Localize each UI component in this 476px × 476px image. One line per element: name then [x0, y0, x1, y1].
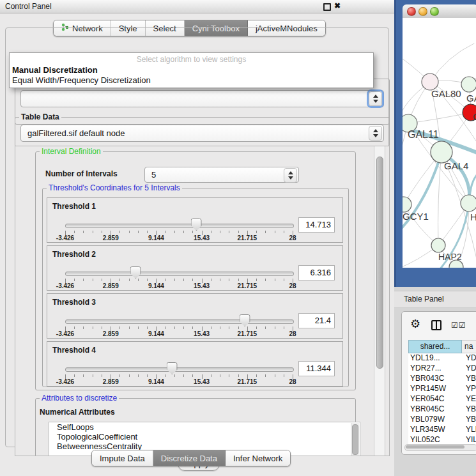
tick-mark: [192, 279, 193, 281]
scrollbar-thumb[interactable]: [352, 424, 358, 455]
threshold-slider[interactable]: -3.4262.8599.14415.4321.71528: [65, 294, 293, 338]
slider-thumb[interactable]: [130, 266, 141, 279]
scrollbar-thumb[interactable]: [376, 157, 383, 369]
network-node[interactable]: [431, 238, 445, 252]
table-row[interactable]: YDL19...YDL1: [408, 353, 476, 364]
tick-mark: [138, 374, 139, 377]
tick-mark: [83, 326, 84, 329]
network-canvas[interactable]: GAL80GACGAL11GAL4GCY1HHAP2: [403, 18, 476, 268]
threshold-slider[interactable]: -3.4262.8599.14415.4321.71528: [65, 198, 293, 242]
slider-thumb[interactable]: [240, 314, 250, 326]
threshold-slider[interactable]: -3.4262.8599.14415.4321.71528: [65, 246, 293, 290]
threshold-value-input[interactable]: 6.316: [298, 265, 335, 280]
tick-mark: [220, 279, 220, 281]
network-edge[interactable]: [438, 152, 441, 245]
table-row[interactable]: YBL079WYBL0: [408, 415, 476, 425]
slider-track[interactable]: [65, 367, 294, 372]
cell-name: YPR1: [462, 384, 476, 394]
table-row[interactable]: YER054CYER0: [408, 394, 476, 404]
gear-icon[interactable]: ⚙: [410, 317, 420, 331]
threshold-slider[interactable]: -3.4262.8599.14415.4321.71528: [65, 342, 293, 386]
cell-name: YDL1: [462, 353, 476, 364]
slider-track[interactable]: [65, 319, 294, 324]
tab-impute-data[interactable]: Impute Data: [92, 450, 153, 466]
threshold-value-input[interactable]: 14.713: [298, 217, 335, 233]
tab-infer-network[interactable]: Infer Network: [226, 450, 290, 466]
tab-label: Discretize Data: [161, 454, 217, 463]
cell-name: YER0: [462, 394, 476, 404]
tick-mark: [147, 279, 148, 281]
tick-mark: [102, 279, 102, 281]
tick-mark: [102, 231, 102, 233]
network-node[interactable]: [403, 197, 411, 212]
tick-mark: [265, 374, 266, 377]
table-panel-titlebar: Table Panel: [394, 291, 476, 308]
horizontal-scrollbar[interactable]: [404, 444, 476, 451]
tick-mark: [183, 326, 184, 329]
tick-mark: [229, 231, 229, 233]
slider-thumb[interactable]: [167, 362, 178, 374]
table-row[interactable]: YPR145WYPR1: [408, 384, 476, 394]
close-icon[interactable]: ✖: [334, 1, 341, 10]
tick-mark: [220, 231, 220, 233]
close-traffic-light-icon[interactable]: [407, 7, 416, 16]
number-of-intervals-combobox[interactable]: 5: [144, 167, 299, 183]
combo-stepper[interactable]: [369, 126, 382, 141]
column-header-shared-name[interactable]: shared...: [408, 340, 462, 353]
tick-mark: [275, 374, 275, 377]
threshold-value-input[interactable]: 21.4: [298, 313, 335, 328]
threshold-value-input[interactable]: 11.344: [298, 361, 335, 376]
slider-thumb[interactable]: [191, 219, 202, 231]
tab-discretize-data[interactable]: Discretize Data: [153, 450, 226, 466]
node-label: GAL11: [408, 129, 439, 140]
list-item[interactable]: SelfLoops: [49, 422, 360, 432]
cell-shared-name: YBL079W: [408, 415, 462, 425]
network-node[interactable]: [461, 77, 476, 92]
tick-mark: [165, 279, 166, 281]
dropdown-hint: Select algorithm to view settings: [10, 55, 373, 64]
tick-mark: [147, 374, 148, 377]
column-header-name[interactable]: na: [462, 340, 476, 353]
scrollbar-thumb[interactable]: [406, 445, 464, 449]
network-edge[interactable]: [408, 112, 471, 123]
split-columns-icon[interactable]: [431, 320, 441, 330]
cell-name: YDR2: [462, 364, 476, 374]
table-data-combobox[interactable]: galFiltered.sif default node: [20, 125, 384, 142]
tick-mark: [129, 374, 130, 377]
list-item[interactable]: TopologicalCoefficient: [49, 432, 360, 441]
network-node[interactable]: [461, 195, 476, 211]
threshold-panel: Threshold 2-3.4262.8599.14415.4321.71528…: [47, 245, 343, 291]
network-window-titlebar[interactable]: [403, 4, 476, 19]
tick-mark: [93, 231, 93, 233]
network-edge[interactable]: [430, 43, 474, 82]
tick-mark: [238, 326, 239, 329]
combo-stepper[interactable]: [284, 168, 297, 183]
table-row[interactable]: YBR043CYBR0: [408, 374, 476, 384]
dropdown-item-equal-width-frequency[interactable]: Equal Width/Frequency Discretization: [12, 75, 151, 85]
checkboxes-icon[interactable]: ☑☑: [451, 321, 466, 330]
algorithm-combobox[interactable]: [20, 90, 384, 107]
slider-track[interactable]: [65, 224, 294, 228]
tick-label: 15.43: [194, 282, 210, 289]
zoom-traffic-light-icon[interactable]: [430, 7, 439, 16]
dropdown-item-manual-discretization[interactable]: Manual Discretization: [12, 65, 98, 75]
tick-label: 9.144: [148, 330, 164, 337]
network-node[interactable]: [431, 141, 452, 163]
tick-label: 21.715: [238, 330, 257, 337]
table-row[interactable]: YLR345WYLR3: [408, 425, 476, 435]
minimize-traffic-light-icon[interactable]: [418, 7, 427, 16]
table-row[interactable]: YDR27...YDR2: [408, 364, 476, 374]
slider-track[interactable]: [65, 272, 294, 276]
table-row[interactable]: YBR045CYBR0: [408, 404, 476, 415]
stepper-up-icon: [288, 171, 293, 174]
tick-mark: [256, 326, 257, 329]
cell-shared-name: YBR043C: [408, 374, 462, 384]
combo-stepper[interactable]: [369, 91, 382, 106]
tick-mark: [183, 374, 184, 377]
float-window-icon[interactable]: [323, 3, 331, 11]
group-label: Interval Definition: [40, 147, 103, 156]
list-scrollbar[interactable]: [351, 423, 359, 456]
network-graph[interactable]: GAL80GACGAL11GAL4GCY1HHAP2: [403, 18, 476, 268]
node-label: GAL80: [431, 88, 461, 99]
vertical-scrollbar[interactable]: [374, 146, 385, 456]
